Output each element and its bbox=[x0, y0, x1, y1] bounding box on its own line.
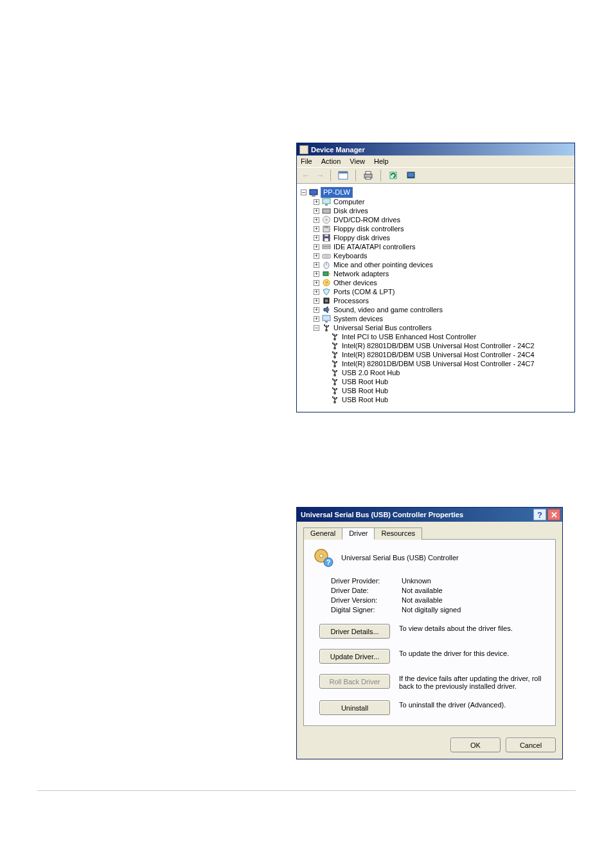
usb-icon bbox=[330, 332, 339, 341]
svg-rect-35 bbox=[325, 321, 328, 323]
mouse-icon bbox=[322, 260, 331, 269]
menu-help[interactable]: Help bbox=[374, 157, 389, 165]
usb-icon bbox=[330, 386, 339, 395]
expander-icon[interactable] bbox=[314, 325, 319, 331]
expander-icon[interactable] bbox=[314, 307, 319, 313]
net-icon bbox=[322, 269, 331, 278]
tree-item-usb-device[interactable]: Intel(R) 82801DB/DBM USB Universal Host … bbox=[299, 341, 572, 350]
expander-icon[interactable] bbox=[314, 316, 319, 322]
svg-rect-33 bbox=[325, 299, 328, 302]
tree-category-usb[interactable]: Universal Serial Bus controllers bbox=[299, 323, 572, 332]
expander-icon[interactable] bbox=[314, 226, 319, 232]
tree-category[interactable]: Mice and other pointing devices bbox=[299, 260, 572, 269]
svg-text:?: ? bbox=[325, 280, 328, 286]
expander-icon[interactable] bbox=[314, 280, 319, 286]
divider bbox=[355, 170, 356, 181]
sound-icon bbox=[322, 305, 331, 314]
tree-item-label: Mice and other pointing devices bbox=[333, 260, 433, 269]
menu-file[interactable]: File bbox=[301, 157, 312, 165]
svg-rect-23 bbox=[323, 254, 330, 258]
rollback-driver-button[interactable]: Roll Back Driver bbox=[319, 674, 390, 689]
expander-icon[interactable] bbox=[314, 235, 319, 241]
usb-icon bbox=[330, 341, 339, 350]
menu-view[interactable]: View bbox=[350, 157, 365, 165]
cd-icon bbox=[322, 215, 331, 224]
svg-rect-52 bbox=[336, 370, 337, 371]
expander-icon[interactable] bbox=[314, 217, 319, 223]
tree-item-label: Intel(R) 82801DB/DBM USB Universal Host … bbox=[342, 350, 535, 359]
device-manager-window: Device Manager File Action View Help ← → bbox=[296, 143, 575, 412]
tree-category[interactable]: System devices bbox=[299, 314, 572, 323]
expander-icon[interactable] bbox=[314, 271, 319, 277]
title-bar[interactable]: Universal Serial Bus (USB) Controller Pr… bbox=[297, 508, 562, 522]
tree-item-label: Floppy disk drives bbox=[333, 233, 390, 242]
print-icon[interactable] bbox=[361, 168, 375, 182]
expander-icon[interactable] bbox=[314, 199, 319, 205]
tree-category[interactable]: Computer bbox=[299, 197, 572, 206]
device-name: Universal Serial Bus (USB) Controller bbox=[341, 554, 459, 562]
tree-category[interactable]: Processors bbox=[299, 296, 572, 305]
menu-action[interactable]: Action bbox=[321, 157, 341, 165]
svg-rect-17 bbox=[324, 226, 328, 228]
tree-item-usb-device[interactable]: Intel(R) 82801DB/DBM USB Universal Host … bbox=[299, 359, 572, 368]
expander-icon[interactable] bbox=[301, 190, 306, 195]
tree-category[interactable]: Disk drives bbox=[299, 206, 572, 215]
tree-item-usb-device[interactable]: USB Root Hub bbox=[299, 386, 572, 395]
tree-item-label: Universal Serial Bus controllers bbox=[333, 323, 432, 332]
tree-category[interactable]: Sound, video and game controllers bbox=[299, 305, 572, 314]
refresh-icon[interactable] bbox=[386, 168, 400, 182]
tab-general[interactable]: General bbox=[303, 527, 342, 540]
tab-driver[interactable]: Driver bbox=[342, 527, 375, 540]
computer-icon bbox=[309, 188, 318, 197]
label-digital-signer: Digital Signer: bbox=[331, 606, 402, 614]
tree-item-usb-device[interactable]: USB Root Hub bbox=[299, 395, 572, 404]
svg-rect-40 bbox=[336, 334, 337, 335]
tree-category[interactable]: IDE ATA/ATAPI controllers bbox=[299, 242, 572, 251]
help-icon[interactable]: ? bbox=[533, 509, 546, 520]
tree-category[interactable]: Network adapters bbox=[299, 269, 572, 278]
tree-category[interactable]: DVD/CD-ROM drives bbox=[299, 215, 572, 224]
expander-icon[interactable] bbox=[314, 262, 319, 268]
svg-rect-49 bbox=[336, 361, 337, 362]
update-driver-button[interactable]: Update Driver... bbox=[319, 649, 390, 664]
back-button[interactable]: ← bbox=[301, 170, 311, 181]
svg-rect-1 bbox=[339, 172, 348, 173]
device-tree[interactable]: PP-DLW ComputerDisk drivesDVD/CD-ROM dri… bbox=[297, 184, 574, 412]
expander-icon[interactable] bbox=[314, 253, 319, 259]
properties-icon[interactable] bbox=[336, 168, 350, 182]
ok-button[interactable]: OK bbox=[450, 738, 501, 752]
svg-point-53 bbox=[332, 369, 333, 371]
expander-icon[interactable] bbox=[314, 244, 319, 250]
tree-item-usb-device[interactable]: Intel(R) 82801DB/DBM USB Universal Host … bbox=[299, 350, 572, 359]
properties-dialog: Universal Serial Bus (USB) Controller Pr… bbox=[296, 507, 563, 759]
tree-category[interactable]: Ports (COM & LPT) bbox=[299, 287, 572, 296]
uninstall-button[interactable]: Uninstall bbox=[319, 700, 390, 715]
expander-icon[interactable] bbox=[314, 208, 319, 214]
tree-category[interactable]: ?Other devices bbox=[299, 278, 572, 287]
tree-item-usb-device[interactable]: Intel PCI to USB Enhanced Host Controlle… bbox=[299, 332, 572, 341]
scan-hardware-icon[interactable] bbox=[404, 168, 418, 182]
driver-details-button[interactable]: Driver Details... bbox=[319, 624, 390, 639]
svg-rect-61 bbox=[336, 397, 337, 398]
cancel-button[interactable]: Cancel bbox=[506, 738, 556, 752]
expander-icon[interactable] bbox=[314, 289, 319, 295]
tree-category[interactable]: Floppy disk controllers bbox=[299, 224, 572, 233]
close-icon[interactable]: ✕ bbox=[547, 509, 560, 520]
usb-icon bbox=[330, 359, 339, 368]
tree-item-label: Disk drives bbox=[333, 206, 368, 215]
title-bar[interactable]: Device Manager bbox=[297, 143, 574, 155]
tree-category[interactable]: Keyboards bbox=[299, 251, 572, 260]
svg-rect-46 bbox=[336, 352, 337, 353]
tree-category[interactable]: Floppy disk drives bbox=[299, 233, 572, 242]
tree-item-label: IDE ATA/ATAPI controllers bbox=[333, 242, 416, 251]
tree-item-usb-device[interactable]: USB Root Hub bbox=[299, 377, 572, 386]
svg-rect-19 bbox=[324, 235, 328, 236]
forward-button[interactable]: → bbox=[315, 170, 325, 181]
tree-root-node[interactable]: PP-DLW bbox=[299, 188, 572, 197]
tree-item-usb-device[interactable]: USB 2.0 Root Hub bbox=[299, 368, 572, 377]
expander-icon[interactable] bbox=[314, 298, 319, 304]
tab-resources[interactable]: Resources bbox=[374, 527, 422, 540]
dialog-footer: OK Cancel bbox=[297, 732, 562, 759]
uninstall-desc: To uninstall the driver (Advanced). bbox=[399, 700, 546, 709]
tree-item-label: Floppy disk controllers bbox=[333, 224, 404, 233]
